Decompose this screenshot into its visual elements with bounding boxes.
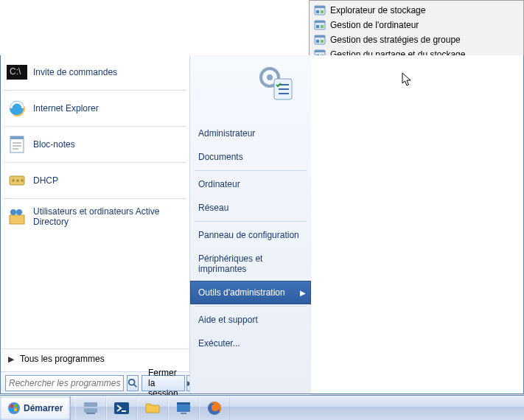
taskbar-powershell[interactable] — [106, 396, 137, 420]
pinned-list: C:\Invite de commandesInternet ExplorerB… — [1, 55, 189, 230]
desktop-icon — [175, 399, 192, 417]
svg-point-99 — [267, 74, 273, 80]
svg-rect-93 — [10, 215, 24, 224]
mid-item[interactable]: Panneau de configuration — [190, 223, 311, 247]
svg-rect-1 — [315, 6, 325, 8]
svg-point-90 — [12, 179, 15, 182]
svg-rect-105 — [10, 405, 13, 407]
svg-rect-106 — [14, 405, 17, 407]
all-programs-label: Tous les programmes — [20, 354, 105, 364]
separator — [4, 162, 186, 163]
tool-icon — [314, 34, 326, 46]
svg-rect-6 — [316, 25, 319, 28]
mid-item-label: Exécuter... — [198, 338, 240, 349]
pinned-ie[interactable]: Internet Explorer — [1, 95, 189, 122]
admin-tools-header-icon — [256, 64, 296, 104]
pinned-dhcp[interactable]: DHCP — [1, 167, 189, 194]
taskbar-show-desktop[interactable] — [168, 396, 199, 420]
logoff-button[interactable]: Fermer la session — [142, 375, 185, 391]
svg-rect-5 — [315, 21, 325, 23]
separator — [4, 126, 186, 127]
svg-point-92 — [21, 179, 24, 182]
mid-item-label: Administrateur — [198, 128, 255, 139]
start-label: Démarrer — [24, 403, 63, 413]
svg-rect-3 — [321, 10, 324, 13]
svg-rect-116 — [181, 413, 186, 414]
folder-icon — [144, 399, 161, 417]
cmd-icon: C:\ — [7, 62, 27, 83]
svg-rect-7 — [321, 25, 324, 28]
taskbar-firefox[interactable] — [199, 396, 230, 420]
mid-item-label: Ordinateur — [198, 179, 240, 189]
svg-rect-110 — [84, 408, 97, 413]
notepad-icon — [7, 134, 27, 155]
svg-rect-85 — [10, 136, 24, 139]
svg-rect-9 — [315, 35, 325, 38]
submenu-label: Explorateur de stockage — [330, 5, 425, 15]
submenu-item[interactable]: Gestion de l'ordinateur — [310, 18, 523, 32]
search-row: Fermer la session ▶ — [1, 371, 189, 393]
mid-item[interactable]: Aide et support — [190, 308, 311, 332]
taskbar-explorer[interactable] — [137, 396, 168, 420]
mid-item[interactable]: Périphériques et imprimantes — [190, 247, 311, 281]
logoff-label: Fermer la session — [148, 368, 178, 399]
firefox-icon — [206, 399, 223, 417]
svg-rect-13 — [315, 50, 325, 52]
powershell-icon — [113, 399, 130, 417]
windows-logo-icon — [7, 402, 21, 415]
start-button[interactable]: Démarrer — [0, 396, 71, 420]
start-left-panel: C:\Invite de commandesInternet ExplorerB… — [1, 55, 189, 393]
separator — [195, 221, 307, 222]
svg-rect-108 — [14, 408, 17, 411]
search-button[interactable] — [127, 375, 139, 391]
svg-text:C:\: C:\ — [10, 66, 21, 77]
mid-item[interactable]: Administrateur — [190, 122, 311, 145]
all-programs[interactable]: ▶ Tous les programmes — [1, 349, 189, 368]
start-menu: C:\Invite de commandesInternet ExplorerB… — [0, 55, 524, 394]
tool-icon — [314, 19, 326, 31]
submenu-item[interactable]: Explorateur de stockage — [310, 3, 523, 18]
taskbar-server-manager[interactable] — [75, 396, 106, 420]
svg-point-96 — [129, 379, 135, 385]
pinned-label: Utilisateurs et ordinateurs Active Direc… — [33, 206, 184, 227]
separator — [4, 198, 186, 199]
adusers-icon — [7, 206, 27, 227]
separator — [195, 306, 307, 307]
pinned-label: DHCP — [33, 175, 58, 186]
mid-item[interactable]: Ordinateur — [190, 172, 311, 196]
pinned-label: Invite de commandes — [33, 67, 117, 77]
pinned-adusers[interactable]: Utilisateurs et ordinateurs Active Direc… — [1, 203, 189, 230]
submenu-item[interactable]: Gestion des stratégies de groupe — [310, 32, 523, 47]
mid-item[interactable]: Exécuter... — [190, 332, 311, 355]
svg-point-91 — [16, 179, 19, 182]
server-manager-icon — [82, 399, 99, 417]
separator — [195, 170, 307, 171]
svg-rect-109 — [84, 402, 97, 407]
mid-item[interactable]: Réseau — [190, 196, 311, 220]
search-icon — [127, 378, 138, 388]
tool-icon — [314, 4, 326, 16]
dhcp-icon — [7, 170, 27, 191]
mid-item-label: Aide et support — [198, 315, 258, 325]
start-right-panel: AdministrateurDocumentsOrdinateurRéseauP… — [189, 55, 311, 393]
pinned-label: Internet Explorer — [33, 103, 99, 113]
mid-item-label: Documents — [198, 152, 243, 162]
svg-rect-11 — [321, 40, 324, 43]
pinned-cmd[interactable]: C:\Invite de commandes — [1, 59, 189, 85]
svg-rect-2 — [316, 10, 319, 13]
mid-item[interactable]: Documents — [190, 145, 311, 169]
mid-item-label: Réseau — [198, 203, 228, 213]
arrow-right-icon: ▶ — [8, 354, 14, 364]
mid-item-label: Outils d'administration — [198, 287, 285, 298]
pinned-notepad[interactable]: Bloc-notes — [1, 131, 189, 158]
ie-icon — [7, 98, 27, 119]
submenu-label: Gestion de l'ordinateur — [330, 20, 419, 30]
svg-line-97 — [134, 384, 137, 387]
taskbar: Démarrer — [0, 395, 524, 420]
mid-item[interactable]: Outils d'administration▶ — [190, 281, 311, 304]
search-input[interactable] — [5, 375, 124, 391]
svg-point-94 — [10, 209, 16, 215]
pinned-label: Bloc-notes — [33, 139, 75, 150]
mid-item-label: Périphériques et imprimantes — [198, 253, 262, 274]
mid-list: AdministrateurDocumentsOrdinateurRéseauP… — [190, 122, 311, 355]
